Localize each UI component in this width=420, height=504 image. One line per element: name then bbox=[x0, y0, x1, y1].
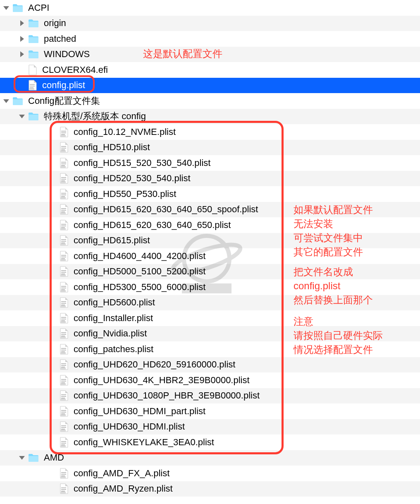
row-label: config_HD615_620_630_640_650_spoof.plist bbox=[74, 204, 258, 215]
tree-file-row[interactable]: config_AMD_Ryzen.plist bbox=[0, 481, 420, 497]
plist-file-icon bbox=[60, 251, 69, 262]
svg-rect-89 bbox=[61, 474, 66, 475]
svg-rect-2 bbox=[30, 87, 33, 88]
svg-rect-87 bbox=[61, 445, 66, 447]
tree-file-row[interactable]: config_HD550_P530.plist bbox=[0, 186, 420, 202]
row-label: config_UHD630_4K_HBR2_3E9B0000.plist bbox=[74, 375, 250, 386]
svg-rect-1 bbox=[30, 86, 35, 86]
plist-file-icon bbox=[28, 80, 37, 91]
svg-rect-88 bbox=[61, 472, 66, 473]
svg-rect-37 bbox=[61, 257, 66, 257]
svg-rect-84 bbox=[61, 441, 66, 442]
row-label: config_HD5000_5100_5200.plist bbox=[74, 266, 205, 277]
disclosure-down-icon[interactable] bbox=[18, 454, 26, 461]
folder-icon bbox=[28, 50, 39, 59]
plist-file-icon bbox=[60, 127, 69, 137]
folder-icon bbox=[28, 19, 39, 28]
svg-rect-42 bbox=[61, 274, 65, 274]
annotation-default-config: 这是默认配置文件 bbox=[143, 47, 222, 61]
svg-rect-16 bbox=[61, 177, 66, 178]
plist-file-icon bbox=[60, 297, 69, 308]
tree-folder-row[interactable]: AMD bbox=[0, 450, 420, 466]
tree-file-row[interactable]: config.plist bbox=[0, 78, 420, 94]
disclosure-down-icon[interactable] bbox=[18, 113, 26, 120]
plist-file-icon bbox=[60, 375, 69, 386]
svg-rect-61 bbox=[61, 350, 66, 350]
tree-file-row[interactable]: config_UHD630_HDMI_part.plist bbox=[0, 403, 420, 419]
disclosure-down-icon[interactable] bbox=[2, 4, 10, 12]
svg-rect-30 bbox=[61, 227, 65, 228]
disclosure-right-icon[interactable] bbox=[18, 50, 26, 58]
folder-icon bbox=[12, 3, 23, 12]
svg-rect-40 bbox=[61, 270, 66, 271]
tree-file-row[interactable]: config_HD520_530_540.plist bbox=[0, 171, 420, 187]
svg-rect-75 bbox=[61, 398, 66, 401]
tree-folder-row[interactable]: patched bbox=[0, 31, 420, 47]
svg-rect-33 bbox=[61, 241, 66, 242]
svg-rect-28 bbox=[61, 224, 66, 225]
tree-file-row[interactable]: config_10.12_NVME.plist bbox=[0, 124, 420, 140]
plist-file-icon bbox=[60, 189, 69, 199]
row-label: config_HD515_520_530_540.plist bbox=[74, 158, 210, 168]
tree-folder-row[interactable]: 特殊机型/系统版本 config bbox=[0, 109, 420, 125]
svg-rect-6 bbox=[61, 134, 65, 135]
svg-rect-50 bbox=[61, 305, 65, 305]
svg-rect-48 bbox=[61, 301, 66, 302]
tree-folder-row[interactable]: ACPI bbox=[0, 0, 420, 16]
tree-folder-row[interactable]: Config配置文件集 bbox=[0, 93, 420, 109]
tree-file-row[interactable]: config_AMD_FX_A.plist bbox=[0, 466, 420, 481]
plist-file-icon bbox=[60, 390, 69, 401]
row-label: config_HD615_620_630_640_650.plist bbox=[74, 220, 231, 230]
tree-file-row[interactable]: CLOVERX64.efi bbox=[0, 62, 420, 78]
svg-rect-45 bbox=[61, 288, 66, 288]
svg-rect-51 bbox=[61, 305, 66, 307]
plist-file-icon bbox=[60, 406, 69, 417]
svg-rect-56 bbox=[61, 332, 66, 333]
disclosure-right-icon[interactable] bbox=[18, 19, 26, 27]
svg-rect-35 bbox=[61, 243, 66, 245]
plist-file-icon bbox=[60, 421, 69, 432]
svg-rect-79 bbox=[61, 414, 66, 416]
svg-rect-53 bbox=[61, 319, 66, 319]
svg-rect-91 bbox=[61, 476, 66, 478]
svg-rect-70 bbox=[61, 382, 65, 383]
tree-file-row[interactable]: config_HD515_520_530_540.plist bbox=[0, 155, 420, 171]
svg-rect-94 bbox=[61, 491, 65, 492]
row-label: config.plist bbox=[42, 80, 85, 91]
svg-rect-18 bbox=[61, 180, 65, 181]
svg-rect-54 bbox=[61, 320, 65, 321]
svg-rect-39 bbox=[61, 259, 66, 261]
svg-rect-71 bbox=[61, 383, 66, 385]
svg-rect-19 bbox=[61, 181, 66, 183]
svg-rect-34 bbox=[61, 242, 65, 243]
svg-rect-59 bbox=[61, 336, 66, 338]
svg-rect-64 bbox=[61, 363, 66, 364]
tree-file-row[interactable]: config_UHD620_HD620_59160000.plist bbox=[0, 357, 420, 373]
disclosure-right-icon[interactable] bbox=[18, 35, 26, 43]
plist-file-icon bbox=[60, 235, 69, 246]
row-label: config_UHD630_1080P_HBR_3E9B0000.plist bbox=[74, 390, 260, 401]
plist-file-icon bbox=[60, 328, 69, 339]
svg-rect-68 bbox=[61, 379, 66, 380]
disclosure-down-icon[interactable] bbox=[2, 97, 10, 105]
svg-rect-23 bbox=[61, 197, 66, 199]
svg-rect-47 bbox=[61, 290, 66, 292]
tree-file-row[interactable]: config_HD510.plist bbox=[0, 140, 420, 156]
plist-file-icon bbox=[60, 204, 69, 215]
tree-file-row[interactable]: config_UHD630_1080P_HBR_3E9B0000.plist bbox=[0, 388, 420, 404]
plist-file-icon bbox=[60, 158, 69, 168]
svg-rect-52 bbox=[61, 317, 66, 318]
svg-rect-8 bbox=[61, 146, 66, 147]
svg-rect-29 bbox=[61, 226, 66, 226]
row-label: config_UHD630_HDMI_part.plist bbox=[74, 406, 205, 417]
svg-rect-41 bbox=[61, 272, 66, 273]
efi-file-icon bbox=[28, 65, 37, 75]
row-label: config_HD4600_4400_4200.plist bbox=[74, 251, 205, 262]
tree-file-row[interactable]: config_WHISKEYLAKE_3EA0.plist bbox=[0, 434, 420, 450]
svg-rect-67 bbox=[61, 367, 66, 370]
tree-file-row[interactable]: config_UHD630_HDMI.plist bbox=[0, 419, 420, 435]
svg-rect-11 bbox=[61, 150, 66, 152]
tree-file-row[interactable]: config_UHD630_4K_HBR2_3E9B0000.plist bbox=[0, 372, 420, 388]
svg-rect-49 bbox=[61, 303, 66, 304]
tree-folder-row[interactable]: origin bbox=[0, 16, 420, 31]
